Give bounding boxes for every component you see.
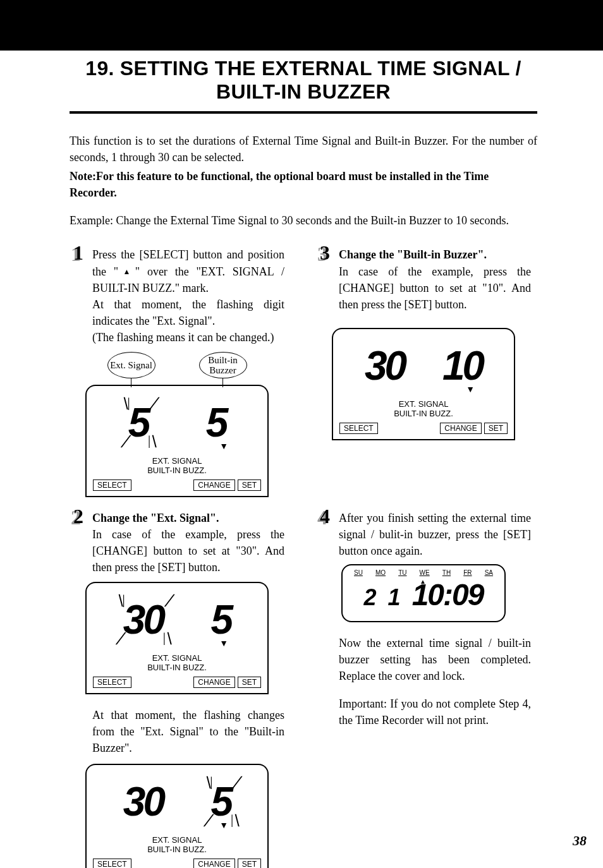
- days-row: SU MO TU WE TH FR SA: [351, 569, 496, 576]
- lcd-screen: 5 ╲ │ ╱ ╱ │ ╲ 5 ▼: [85, 385, 269, 454]
- callout-row: Ext. Signal Built-in Buzzer: [85, 352, 269, 387]
- select-button[interactable]: SELECT: [93, 479, 131, 491]
- mode-label-1: EXT. SIGNAL: [87, 836, 267, 845]
- note-paragraph: Note:For this feature to be functional, …: [70, 168, 537, 201]
- lcd-left-digit: 5 ╲ │ ╱ ╱ │ ╲: [128, 402, 149, 443]
- lcd-display-3: 30 5 ╲ │ ╱ ╱ │ ╲ ▼ EXT. SIGNAL BUILT-IN …: [85, 764, 269, 868]
- page-content: 19. SETTING THE EXTERNAL TIME SIGNAL / B…: [70, 57, 537, 868]
- mode-label-1: EXT. SIGNAL: [87, 654, 267, 663]
- lcd-right-digit: 5 ╲ │ ╱ ╱ │ ╲: [211, 781, 231, 822]
- day-pointer-icon: ▲: [420, 578, 426, 585]
- step-number-1: 1: [70, 243, 87, 263]
- step-4-text: After you finish setting the external ti…: [339, 512, 531, 557]
- step-3: 3 Change the "Built-in Buzzer". In case …: [316, 246, 531, 312]
- mode-label-1: EXT. SIGNAL: [87, 457, 267, 466]
- clock-display: SU MO TU WE TH FR SA ▲ 2 1 10:09: [341, 564, 506, 622]
- pointer-down-icon: ▼: [466, 385, 475, 395]
- step-2-text: In case of the example, press the [CHANG…: [92, 528, 284, 574]
- left-column: 1 Press the [SELECT] button and position…: [70, 246, 284, 868]
- lcd-screen: 30 10 ▼: [332, 328, 515, 397]
- pointer-down-icon: ▼: [219, 442, 228, 452]
- two-column-layout: 1 Press the [SELECT] button and position…: [70, 246, 537, 868]
- day-mo: MO: [375, 569, 386, 576]
- mode-label-2: BUILT-IN BUZZ.: [87, 663, 267, 673]
- header-black-bar: [0, 0, 603, 51]
- change-button[interactable]: CHANGE: [193, 859, 234, 868]
- mode-label-1: EXT. SIGNAL: [333, 400, 514, 409]
- intro-paragraph: This function is to set the durations of…: [70, 133, 537, 166]
- change-button[interactable]: CHANGE: [193, 677, 234, 688]
- step-number-3: 3: [316, 243, 334, 263]
- page-title: 19. SETTING THE EXTERNAL TIME SIGNAL / B…: [70, 57, 537, 107]
- callout-ext-signal: Ext. Signal: [107, 352, 155, 378]
- step-number-4: 4: [316, 506, 334, 526]
- lcd-screen: 30 5 ╲ │ ╱ ╱ │ ╲ ▼: [85, 764, 269, 833]
- step-1-body: Press the [SELECT] button and position t…: [92, 246, 284, 346]
- lcd-label-area: EXT. SIGNAL BUILT-IN BUZZ. SELECT CHANGE…: [85, 651, 269, 694]
- lcd-display-1: Ext. Signal Built-in Buzzer 5 ╲ │ ╱ ╱ │: [85, 352, 269, 497]
- lcd-left-digit: 30: [123, 781, 163, 822]
- day-fr: FR: [463, 569, 472, 576]
- page-number: 38: [573, 833, 587, 849]
- step-2-after: At that moment, the flashing changes fro…: [92, 707, 284, 756]
- step-1-text-c: At that moment, the flashing digit indic…: [92, 298, 284, 327]
- pointer-down-icon: ▼: [219, 821, 228, 831]
- step-2-body: Change the "Ext. Signal". In case of the…: [92, 510, 284, 576]
- change-button[interactable]: CHANGE: [193, 479, 234, 491]
- step-3-text: In case of the example, press the [CHANG…: [339, 265, 531, 311]
- step-2: 2 Change the "Ext. Signal". In case of t…: [70, 510, 284, 576]
- set-button[interactable]: SET: [238, 859, 261, 868]
- day-tu: TU: [398, 569, 406, 576]
- select-button[interactable]: SELECT: [339, 423, 378, 434]
- lcd-right-digit: 5: [206, 402, 226, 443]
- step-3-heading: Change the "Built-in Buzzer".: [339, 248, 487, 261]
- step-2-heading: Change the "Ext. Signal".: [92, 512, 219, 524]
- callout-builtin-buzzer: Built-in Buzzer: [199, 352, 247, 378]
- day-th: TH: [442, 569, 451, 576]
- lcd-display-2: 30 ╲ │ ╱ ╱ │ ╲ 5 ▼ EXT. SIGNAL BUILT-IN …: [85, 582, 269, 694]
- lcd-left-value: 30: [123, 597, 163, 642]
- lcd-label-area: EXT. SIGNAL BUILT-IN BUZZ. SELECT CHANGE…: [85, 454, 269, 497]
- example-line: Example: Change the External Time Signal…: [70, 212, 537, 229]
- select-button[interactable]: SELECT: [93, 859, 131, 868]
- pointer-down-icon: ▼: [219, 639, 228, 649]
- mode-label-2: BUILT-IN BUZZ.: [333, 409, 514, 419]
- lcd-left-digit: 30: [365, 346, 405, 386]
- lcd-label-area: EXT. SIGNAL BUILT-IN BUZZ. SELECT CHANGE…: [332, 397, 515, 440]
- step-4-body: After you finish setting the external ti…: [339, 510, 531, 559]
- set-button[interactable]: SET: [238, 479, 261, 491]
- mode-label-2: BUILT-IN BUZZ.: [87, 845, 267, 855]
- step-4: 4 After you finish setting the external …: [316, 510, 531, 559]
- lcd-left-digit: 30 ╲ │ ╱ ╱ │ ╲: [123, 600, 163, 640]
- lcd-right-digit: 5: [211, 600, 231, 640]
- set-button[interactable]: SET: [238, 677, 261, 688]
- day-sa: SA: [485, 569, 493, 576]
- step-1: 1 Press the [SELECT] button and position…: [70, 246, 284, 346]
- title-underline: [70, 111, 537, 114]
- set-button[interactable]: SET: [484, 423, 508, 434]
- step-1-text-d: (The flashing means it can be changed.): [92, 331, 274, 344]
- lcd-left-value: 5: [128, 400, 149, 445]
- clock-date: 2 1: [364, 584, 403, 611]
- lcd-button-row: SELECT CHANGE SET: [87, 855, 267, 868]
- lcd-right-digit: 10: [442, 346, 482, 386]
- lcd-button-row: SELECT CHANGE SET: [87, 673, 267, 688]
- lcd-button-row: SELECT CHANGE SET: [333, 419, 514, 434]
- triangle-up-icon: ▲: [118, 267, 135, 276]
- lcd-button-row: SELECT CHANGE SET: [87, 476, 267, 491]
- lcd-right-value: 5: [211, 779, 231, 824]
- day-we: WE: [420, 569, 430, 576]
- right-column: 3 Change the "Built-in Buzzer". In case …: [316, 246, 531, 868]
- step-3-body: Change the "Built-in Buzzer". In case of…: [339, 246, 531, 312]
- step-4-after-b: Important: If you do not complete Step 4…: [339, 696, 531, 728]
- day-su: SU: [354, 569, 363, 576]
- lcd-label-area: EXT. SIGNAL BUILT-IN BUZZ. SELECT CHANGE…: [85, 833, 269, 868]
- mode-label-2: BUILT-IN BUZZ.: [87, 466, 267, 476]
- select-button[interactable]: SELECT: [93, 677, 131, 688]
- change-button[interactable]: CHANGE: [440, 423, 481, 434]
- step-4-after-a: Now the external time signal / built-in …: [339, 635, 531, 684]
- lcd-display-4: 30 10 ▼ EXT. SIGNAL BUILT-IN BUZZ. SELEC…: [332, 328, 515, 440]
- step-number-2: 2: [70, 506, 87, 526]
- lcd-screen: 30 ╲ │ ╱ ╱ │ ╲ 5 ▼: [85, 582, 269, 651]
